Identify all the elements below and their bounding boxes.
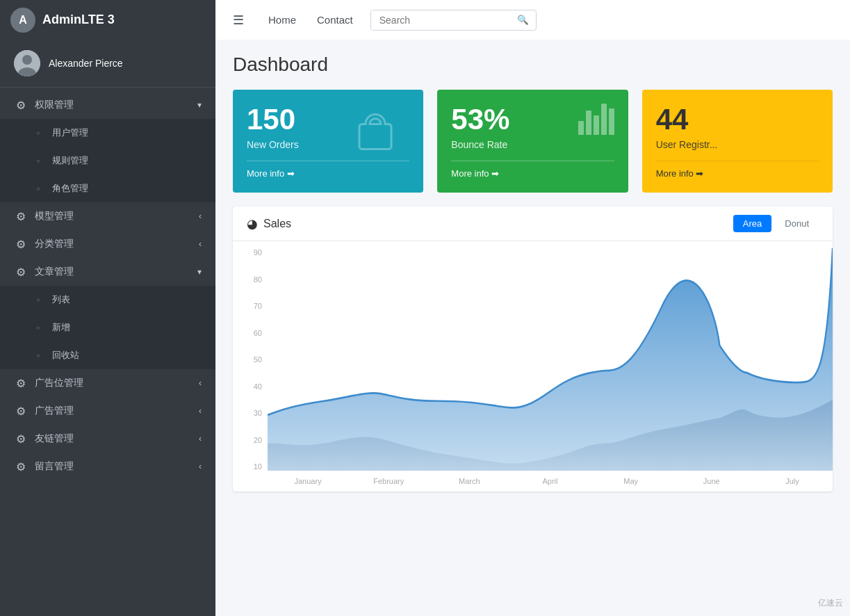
- sidebar-link-guanggao[interactable]: ⚙ 广告管理 ‹: [0, 397, 215, 425]
- chart-svg-container: [268, 248, 833, 471]
- sidebar-item-rule-mgmt[interactable]: ○ 规则管理: [0, 147, 215, 175]
- sidebar-link-moxing[interactable]: ⚙ 模型管理 ‹: [0, 202, 215, 230]
- sidebar-item-guanggao[interactable]: ⚙ 广告管理 ‹: [0, 397, 215, 425]
- y-label-70: 70: [254, 302, 262, 310]
- sidebar-item-role-mgmt[interactable]: ○ 角色管理: [0, 175, 215, 202]
- sidebar-toggle-button[interactable]: ☰: [226, 13, 251, 28]
- sidebar-item-list[interactable]: ○ 列表: [0, 286, 215, 314]
- fenlei-label: 分类管理: [35, 238, 199, 250]
- sidebar-link-quanxian[interactable]: ⚙ 权限管理 ▾: [0, 91, 215, 119]
- sidebar: Alexander Pierce ⚙ 权限管理 ▾ ○ 用户管理: [0, 40, 215, 616]
- bar2: [586, 111, 591, 135]
- nav-link-contact[interactable]: Contact: [307, 14, 363, 26]
- sidebar-link-wenzhang[interactable]: ⚙ 文章管理 ▾: [0, 258, 215, 286]
- guanggao-arrow: ‹: [199, 406, 202, 416]
- bounce-label: Bounce Rate: [451, 139, 614, 150]
- wenzhang-icon: ⚙: [14, 265, 28, 279]
- area-button[interactable]: Area: [733, 215, 771, 232]
- y-label-10: 10: [254, 462, 262, 471]
- bar-chart-icon: [578, 104, 614, 135]
- info-box-users: 44 User Registr... More info ➡: [642, 90, 833, 193]
- sidebar-link-fenlei[interactable]: ⚙ 分类管理 ‹: [0, 230, 215, 258]
- bounce-footer[interactable]: More info ➡: [451, 161, 614, 179]
- y-label-50: 50: [254, 355, 262, 364]
- x-label-jun: June: [671, 477, 752, 485]
- chart-card-title: ◕ Sales: [247, 216, 291, 232]
- sidebar-link-user-mgmt[interactable]: ○ 用户管理: [0, 119, 215, 147]
- moxing-arrow: ‹: [199, 211, 202, 221]
- x-label-apr: April: [509, 477, 590, 485]
- users-footer[interactable]: More info ➡: [656, 161, 819, 179]
- search-button[interactable]: 🔍: [510, 10, 536, 29]
- orders-footer-text: More info: [247, 168, 284, 179]
- guanggao-icon: ⚙: [14, 404, 28, 418]
- new-label: 新增: [52, 321, 202, 334]
- role-mgmt-label: 角色管理: [52, 182, 202, 195]
- info-box-bounce: 53% Bounce Rate More info ➡: [437, 90, 628, 193]
- chart-svg: [268, 248, 833, 471]
- fenlei-icon: ⚙: [14, 237, 28, 251]
- y-label-40: 40: [254, 382, 262, 391]
- chart-card-body: 90 80 70 60 50 40 30 20 10: [233, 241, 833, 492]
- user-panel: Alexander Pierce: [0, 40, 215, 88]
- bar1: [578, 121, 584, 135]
- x-label-feb: February: [348, 477, 429, 485]
- guanggaowei-label: 广告位管理: [35, 377, 199, 389]
- sidebar-link-guanggaowei[interactable]: ⚙ 广告位管理 ‹: [0, 369, 215, 397]
- sidebar-nav: ⚙ 权限管理 ▾ ○ 用户管理 ○ 规则管理: [0, 88, 215, 484]
- new-icon: ○: [31, 321, 45, 334]
- sidebar-item-guanggaowei[interactable]: ⚙ 广告位管理 ‹: [0, 369, 215, 397]
- sidebar-link-new[interactable]: ○ 新增: [0, 314, 215, 341]
- user-mgmt-icon: ○: [31, 126, 45, 140]
- x-label-jul: July: [752, 477, 833, 485]
- sidebar-item-wenzhang[interactable]: ⚙ 文章管理 ▾ ○ 列表 ○ 新增: [0, 258, 215, 369]
- content-header: Dashboard: [215, 40, 850, 83]
- users-footer-arrow: ➡: [696, 168, 703, 179]
- liuyan-icon: ⚙: [14, 460, 28, 473]
- moxing-icon: ⚙: [14, 209, 28, 223]
- nav-item-home[interactable]: Home: [258, 14, 307, 26]
- sidebar-link-youlink[interactable]: ⚙ 友链管理 ‹: [0, 425, 215, 453]
- nav-item-contact[interactable]: Contact: [307, 14, 363, 26]
- sidebar-item-trash[interactable]: ○ 回收站: [0, 341, 215, 369]
- moxing-label: 模型管理: [35, 210, 199, 222]
- sidebar-link-rule-mgmt[interactable]: ○ 规则管理: [0, 147, 215, 175]
- sidebar-item-youlink[interactable]: ⚙ 友链管理 ‹: [0, 425, 215, 453]
- main-navbar: ☰ Home Contact 🔍: [215, 0, 850, 40]
- sidebar-item-user-mgmt[interactable]: ○ 用户管理: [0, 119, 215, 147]
- quanxian-icon: ⚙: [14, 98, 28, 112]
- sidebar-item-new[interactable]: ○ 新增: [0, 314, 215, 341]
- quanxian-submenu: ○ 用户管理 ○ 规则管理 ○ 角色管理: [0, 119, 215, 202]
- sidebar-item-quanxian[interactable]: ⚙ 权限管理 ▾ ○ 用户管理 ○ 规则管理: [0, 91, 215, 202]
- x-label-may: May: [591, 477, 671, 485]
- brand-avatar: A: [10, 8, 35, 33]
- donut-button[interactable]: Donut: [775, 215, 819, 232]
- content-body: 150 New Orders More info ➡ 53% B: [215, 83, 850, 505]
- bag-icon: [350, 103, 406, 166]
- x-label-mar: March: [429, 477, 509, 485]
- rule-mgmt-label: 规则管理: [52, 154, 202, 167]
- bounce-footer-text: More info: [451, 168, 489, 179]
- guanggao-label: 广告管理: [35, 405, 199, 417]
- bar3: [594, 115, 599, 135]
- search-form: 🔍: [370, 10, 537, 31]
- search-icon: 🔍: [517, 15, 529, 25]
- sidebar-item-fenlei[interactable]: ⚙ 分类管理 ‹: [0, 230, 215, 258]
- y-label-60: 60: [254, 329, 262, 337]
- quanxian-arrow: ▾: [197, 100, 202, 110]
- sidebar-link-list[interactable]: ○ 列表: [0, 286, 215, 314]
- y-label-20: 20: [254, 436, 262, 444]
- sidebar-link-role-mgmt[interactable]: ○ 角色管理: [0, 175, 215, 202]
- sidebar-link-trash[interactable]: ○ 回收站: [0, 341, 215, 369]
- sidebar-item-moxing[interactable]: ⚙ 模型管理 ‹: [0, 202, 215, 230]
- rule-mgmt-icon: ○: [31, 154, 45, 168]
- guanggaowei-arrow: ‹: [199, 378, 202, 388]
- bar5: [609, 108, 614, 135]
- list-label: 列表: [52, 293, 202, 306]
- sidebar-item-liuyan[interactable]: ⚙ 留言管理 ‹: [0, 453, 215, 480]
- list-icon: ○: [31, 293, 45, 307]
- nav-link-home[interactable]: Home: [258, 14, 307, 26]
- quanxian-label: 权限管理: [35, 99, 197, 111]
- sidebar-link-liuyan[interactable]: ⚙ 留言管理 ‹: [0, 453, 215, 480]
- search-input[interactable]: [371, 10, 510, 30]
